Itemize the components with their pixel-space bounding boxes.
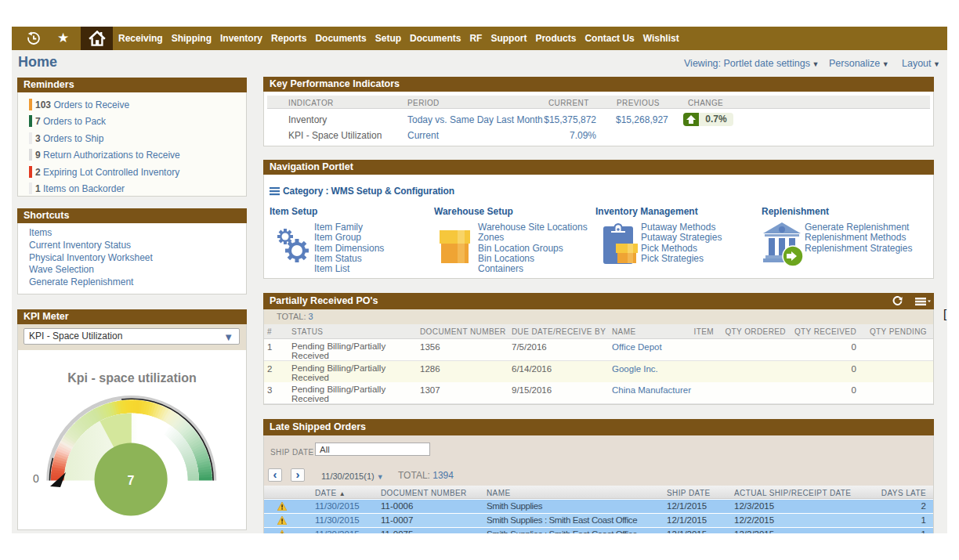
svg-text:7: 7: [128, 474, 135, 487]
svg-text:0: 0: [33, 472, 39, 485]
